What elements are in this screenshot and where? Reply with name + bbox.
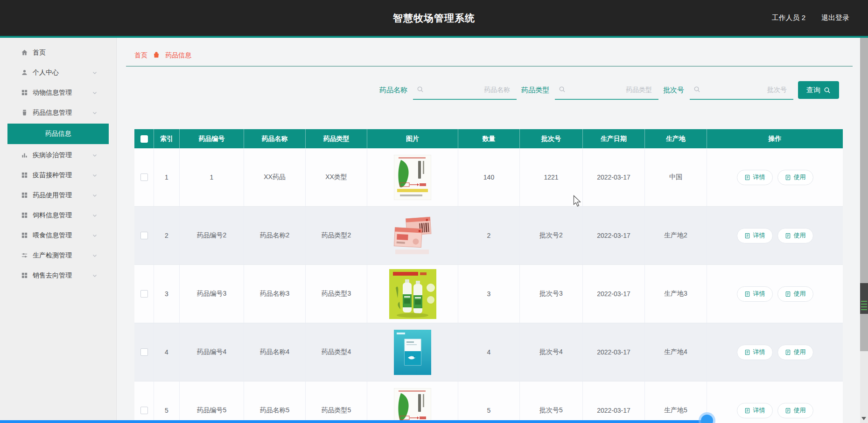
cell-type: 药品类型3 [306, 265, 367, 323]
row-checkbox[interactable] [140, 407, 148, 414]
horizontal-scroll-bar[interactable] [0, 420, 706, 423]
current-user-label[interactable]: 工作人员 2 [771, 14, 805, 22]
sidebar-item[interactable]: 药品使用管理 [0, 185, 116, 205]
sidebar-item[interactable]: 喂食信息管理 [0, 225, 116, 245]
table-row: 3 药品编号3 药品名称3 药品类型3 3 批次号3 2022-03-17 生产… [134, 265, 843, 323]
scrollbar-thumb[interactable] [860, 283, 868, 314]
query-button[interactable]: 查询 [798, 81, 839, 99]
sidebar-item[interactable]: 销售去向管理 [0, 265, 116, 285]
cell-place: 生产地3 [645, 265, 707, 323]
column-header: 生产地 [645, 129, 707, 148]
sidebar-item[interactable]: 药品信息管理 [0, 103, 116, 123]
cell-qty: 2 [458, 207, 520, 264]
column-header: 生产日期 [583, 129, 645, 148]
use-button[interactable]: 使用 [777, 345, 813, 360]
sidebar-item[interactable]: 饲料信息管理 [0, 205, 116, 225]
select-all-checkbox[interactable] [140, 135, 148, 143]
table-row: 5 药品编号5 药品名称5 药品类型5 5 批次号5 2022-03-17 生产… [134, 381, 843, 423]
grid-icon [21, 272, 28, 279]
cell-place: 生产地2 [645, 207, 707, 264]
detail-button-label: 详情 [753, 348, 765, 356]
row-checkbox[interactable] [140, 348, 148, 356]
sidebar-item[interactable]: 疫苗接种管理 [0, 165, 116, 185]
detail-button[interactable]: 详情 [737, 403, 773, 418]
cell-date: 2022-03-17 [583, 323, 645, 381]
document-icon [785, 349, 791, 355]
cell-name: 药品名称2 [244, 207, 306, 264]
grid-icon [21, 212, 28, 219]
table-body: 1 1 XX药品 XX类型 140 1221 2022-03-17 中国 详情 … [134, 148, 843, 423]
detail-button[interactable]: 详情 [737, 345, 773, 360]
cell-index: 2 [154, 207, 180, 264]
cell-qty: 3 [458, 265, 520, 323]
cell-code: 药品编号5 [180, 381, 244, 423]
sidebar-item[interactable]: 疾病诊治管理 [0, 145, 116, 165]
document-icon [744, 408, 750, 414]
cell-name: XX药品 [244, 148, 306, 206]
bag-icon [153, 51, 160, 60]
document-icon [785, 233, 791, 239]
use-button[interactable]: 使用 [777, 228, 813, 243]
row-checkbox[interactable] [140, 232, 148, 239]
chevron-down-icon [92, 273, 98, 278]
table-header-row: 索引 药品编号 药品名称 药品类型 图片 数量 批次号 生产日期 生产地 操作 [134, 129, 843, 148]
filter-input-wrap [690, 80, 793, 100]
row-checkbox[interactable] [140, 290, 148, 298]
sidebar-item[interactable]: 首页 [0, 42, 116, 62]
medicine-box-green-leaf-image[interactable] [394, 388, 431, 423]
chevron-down-icon [92, 110, 98, 116]
grid-icon [21, 232, 28, 239]
sidebar-item[interactable]: 动物信息管理 [0, 83, 116, 103]
sidebar-subitem-active[interactable]: 药品信息 [7, 124, 109, 144]
chevron-down-icon [92, 253, 98, 258]
detail-button-label: 详情 [753, 173, 765, 181]
cell-actions: 详情 使用 [707, 265, 843, 323]
pink-medicine-boxes-image[interactable] [392, 215, 433, 256]
drug-info-table: 索引 药品编号 药品名称 药品类型 图片 数量 批次号 生产日期 生产地 操作 … [134, 129, 843, 423]
medicine-box-green-leaf-image[interactable] [394, 155, 431, 200]
sidebar-item-label: 药品使用管理 [33, 191, 72, 200]
use-button[interactable]: 使用 [777, 170, 813, 185]
green-bottles-promo-image[interactable] [389, 269, 436, 319]
cell-date: 2022-03-17 [583, 207, 645, 264]
cell-type: 药品类型5 [306, 381, 367, 423]
sidebar-item[interactable]: 个人中心 [0, 62, 116, 83]
search-icon [824, 87, 831, 94]
drug-name-input[interactable] [427, 80, 511, 99]
document-icon [785, 408, 791, 414]
sidebar-item-label: 疫苗接种管理 [33, 171, 72, 180]
drug-type-input[interactable] [569, 80, 653, 99]
sidebar-subitem-label: 药品信息 [45, 130, 71, 138]
sidebar-item[interactable]: 生产检测管理 [0, 245, 116, 265]
cell-index: 5 [154, 381, 180, 423]
column-header: 操作 [707, 129, 843, 148]
vertical-scrollbar [860, 38, 868, 423]
cell-type: XX类型 [306, 148, 367, 206]
chevron-down-icon [92, 70, 98, 76]
logout-link[interactable]: 退出登录 [821, 14, 849, 22]
teal-product-box-image[interactable] [394, 330, 431, 375]
use-button[interactable]: 使用 [777, 403, 813, 418]
grid-icon [21, 172, 28, 179]
batch-number-input[interactable] [704, 80, 788, 99]
query-button-label: 查询 [806, 86, 820, 95]
scrollbar-down-arrow-icon[interactable] [861, 417, 866, 420]
chevron-down-icon [92, 173, 98, 178]
chevron-down-icon [92, 233, 98, 238]
cell-batch: 1221 [520, 148, 583, 206]
chevron-down-icon [92, 213, 98, 218]
row-checkbox[interactable] [140, 173, 148, 181]
cell-image [367, 207, 458, 264]
detail-button[interactable]: 详情 [737, 286, 773, 302]
app-title: 智慧牧场管理系统 [393, 12, 475, 25]
header-accent-strip [0, 36, 868, 38]
cell-qty: 5 [458, 381, 520, 423]
breadcrumb-home[interactable]: 首页 [134, 51, 147, 60]
cell-place: 生产地5 [645, 381, 707, 423]
use-button-label: 使用 [794, 173, 806, 181]
detail-button[interactable]: 详情 [737, 170, 773, 185]
document-icon [744, 174, 750, 180]
detail-button-label: 详情 [753, 290, 765, 298]
use-button[interactable]: 使用 [777, 286, 813, 302]
detail-button[interactable]: 详情 [737, 228, 773, 243]
